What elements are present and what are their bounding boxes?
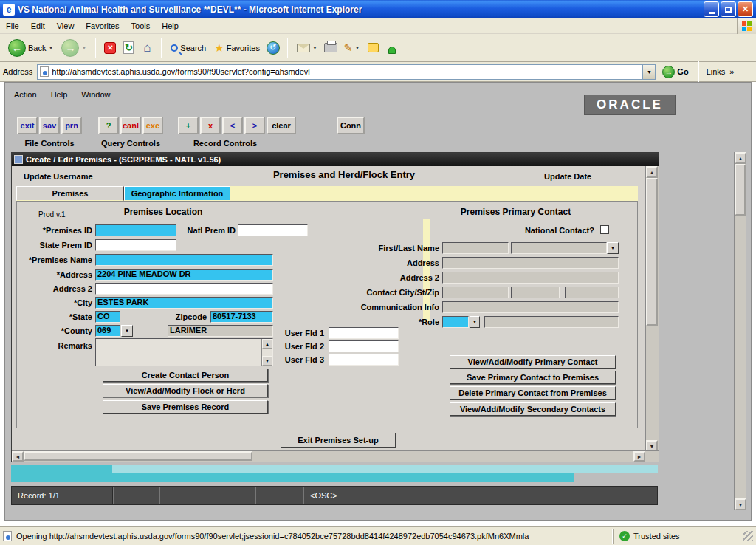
mdi-horizontal-scrollbar[interactable]: ◄ ► <box>12 450 659 462</box>
name-dropdown-button[interactable]: ▼ <box>607 242 619 254</box>
address2-field[interactable] <box>95 283 273 295</box>
favorites-button[interactable]: ★ Favorites <box>212 40 262 56</box>
scroll-up-icon[interactable]: ▲ <box>735 152 746 164</box>
home-button[interactable]: ⌂ <box>140 41 154 55</box>
previous-record-button[interactable]: < <box>222 117 243 134</box>
user-fld-3-field[interactable] <box>329 354 399 366</box>
next-record-button[interactable]: > <box>244 117 265 134</box>
address-input[interactable]: http://ahsmdevtest.aphis.usda.gov/forms9… <box>37 64 656 80</box>
save-button[interactable]: sav <box>39 117 60 134</box>
back-dropdown-icon[interactable]: ▼ <box>48 45 53 50</box>
history-button[interactable]: ↺ <box>266 41 281 55</box>
mail-dropdown-icon[interactable]: ▼ <box>312 45 317 50</box>
close-button[interactable]: ✕ <box>738 1 753 17</box>
remarks-field[interactable]: ▲ ▼ <box>95 338 273 366</box>
scroll-left-icon[interactable]: ◄ <box>12 451 24 462</box>
back-icon: ← <box>8 39 26 57</box>
national-contact-checkbox[interactable] <box>600 225 609 234</box>
state-prem-id-field[interactable] <box>95 239 176 251</box>
tab-geographic-information[interactable]: Geographic Information <box>124 186 230 201</box>
exit-premises-setup-button[interactable]: Exit Premises Set-up <box>281 433 396 448</box>
back-button[interactable]: ← Back ▼ <box>6 38 55 58</box>
minimize-button[interactable] <box>704 1 719 17</box>
links-chevron-icon[interactable]: » <box>729 67 734 76</box>
city-field[interactable]: ESTES PARK <box>95 297 273 309</box>
exit-button[interactable]: exit <box>17 117 38 134</box>
mdi-vscroll-track[interactable] <box>646 178 659 440</box>
messenger-button[interactable] <box>385 41 399 55</box>
delete-primary-contact-from-premises-button[interactable]: Delete Primary Contact from Premises <box>450 386 616 400</box>
forward-button[interactable]: → ▼ <box>59 38 89 58</box>
mdi-titlebar[interactable]: Create / Edit Premises - (SCRPREMS - NAT… <box>12 153 659 166</box>
print-form-button[interactable]: prn <box>61 117 82 134</box>
go-button[interactable]: → Go <box>660 64 690 80</box>
state-field[interactable]: CO <box>95 311 120 323</box>
create-contact-person-button[interactable]: Create Contact Person <box>103 369 268 382</box>
view-add-modify-flock-or-herd-button[interactable]: View/Add/Modify Flock or Herd <box>103 384 268 397</box>
menu-view[interactable]: View <box>51 20 80 32</box>
edit-dropdown-icon[interactable]: ▼ <box>355 45 360 50</box>
print-icon <box>324 43 337 52</box>
mdi-hscroll-thumb[interactable] <box>24 451 252 461</box>
menu-file[interactable]: File <box>0 20 25 32</box>
scroll-up-icon[interactable]: ▲ <box>646 166 658 178</box>
menu-edit[interactable]: Edit <box>25 20 51 32</box>
mdi-vscroll-thumb[interactable] <box>646 178 658 326</box>
print-button[interactable] <box>323 41 338 55</box>
menu-favorites[interactable]: Favorites <box>80 20 125 32</box>
mdi-hscroll-track[interactable] <box>24 451 633 462</box>
stop-button[interactable]: ✕ <box>103 41 117 55</box>
save-premises-record-button[interactable]: Save Premises Record <box>103 400 268 414</box>
refresh-button[interactable]: ↻ <box>121 41 136 55</box>
remarks-text[interactable] <box>96 339 261 366</box>
address2-label: Address 2 <box>13 284 92 293</box>
view-add-modify-primary-contact-button[interactable]: View/Add/Modify Primary Contact <box>450 355 616 369</box>
remarks-scroll-up-icon[interactable]: ▲ <box>262 339 272 349</box>
role-dropdown-button[interactable]: ▼ <box>470 316 480 328</box>
resize-grip[interactable] <box>743 531 753 541</box>
natl-prem-id-field[interactable] <box>238 224 308 236</box>
execute-query-button[interactable]: exe <box>142 117 163 134</box>
menu-help[interactable]: Help <box>156 20 185 32</box>
applet-vscroll-track[interactable] <box>735 164 746 498</box>
role-field[interactable] <box>442 316 469 328</box>
mdi-vertical-scrollbar[interactable]: ▲ ▼ <box>645 166 659 452</box>
address-field[interactable]: 2204 PINE MEADOW DR <box>95 269 273 281</box>
clear-record-button[interactable]: clear <box>267 117 296 134</box>
remarks-scrollbar[interactable]: ▲ ▼ <box>261 339 272 366</box>
mail-button[interactable]: ▼ <box>295 42 320 54</box>
county-field[interactable]: 069 <box>95 325 120 337</box>
premises-id-field[interactable] <box>95 224 176 236</box>
edit-button[interactable]: ✎ ▼ <box>342 41 362 55</box>
applet-menu-action[interactable]: Action <box>14 90 37 99</box>
premises-name-field[interactable] <box>95 254 273 266</box>
add-record-button[interactable]: + <box>178 117 199 134</box>
applet-vertical-scrollbar[interactable]: ▲ ▼ <box>734 152 746 510</box>
county-dropdown-button[interactable]: ▼ <box>121 325 133 337</box>
maximize-button[interactable] <box>721 1 736 17</box>
conn-button[interactable]: Conn <box>337 117 365 134</box>
zipcode-field[interactable]: 80517-7133 <box>210 311 273 323</box>
applet-menu-help[interactable]: Help <box>51 90 68 99</box>
address-dropdown-button[interactable]: ▼ <box>642 65 655 79</box>
scroll-down-icon[interactable]: ▼ <box>735 498 746 510</box>
search-button[interactable]: Search <box>168 42 208 54</box>
address-label: Address <box>3 67 32 76</box>
discuss-button[interactable] <box>366 41 381 55</box>
menu-tools[interactable]: Tools <box>126 20 157 32</box>
form-title: Premises and Herd/Flock Entry <box>248 169 440 180</box>
cancel-query-button[interactable]: canl <box>120 117 141 134</box>
applet-vscroll-thumb[interactable] <box>735 164 746 216</box>
links-label[interactable]: Links <box>707 67 726 76</box>
delete-record-button[interactable]: x <box>200 117 221 134</box>
user-fld-1-field[interactable] <box>329 327 399 339</box>
applet-menu-window[interactable]: Window <box>81 90 110 99</box>
tab-premises[interactable]: Premises <box>16 186 124 201</box>
contact-state-field <box>511 287 560 298</box>
save-primary-contact-to-premises-button[interactable]: Save Primary Contact to Premises <box>450 371 616 384</box>
remarks-scroll-down-icon[interactable]: ▼ <box>262 356 272 366</box>
scroll-right-icon[interactable]: ► <box>633 451 645 462</box>
view-add-modify-secondary-contacts-button[interactable]: View/Add/Modify Secondary Contacts <box>450 402 616 416</box>
query-button[interactable]: ? <box>98 117 119 134</box>
user-fld-2-field[interactable] <box>329 340 399 352</box>
